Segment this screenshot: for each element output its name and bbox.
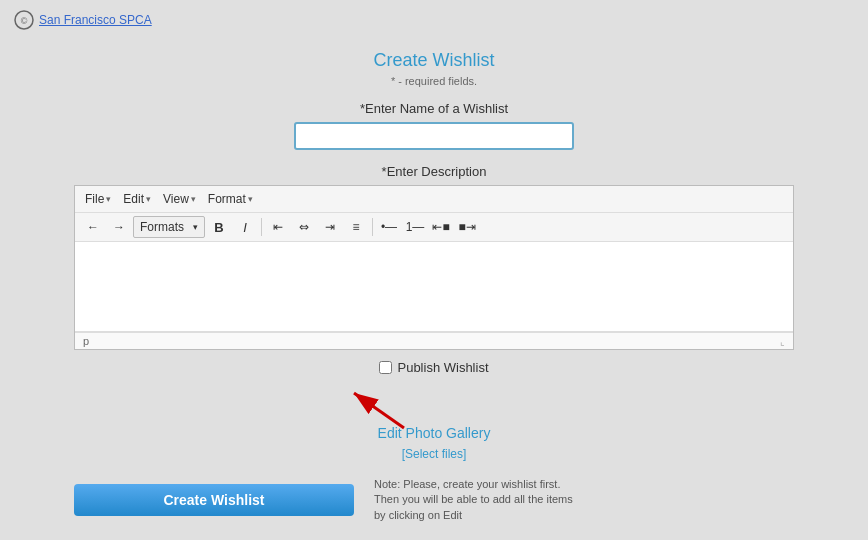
bottom-row: Create Wishlist Note: Please, create you…: [74, 477, 794, 523]
redo-button[interactable]: →: [107, 216, 131, 238]
svg-line-3: [354, 393, 404, 428]
ordered-list-button[interactable]: 1—: [403, 216, 427, 238]
align-right-button[interactable]: ⇥: [318, 216, 342, 238]
note-text: Note: Please, create your wishlist first…: [374, 477, 574, 523]
align-left-button[interactable]: ⇤: [266, 216, 290, 238]
editor-statusbar: p ⌞: [75, 332, 793, 349]
rich-text-editor: File ▾ Edit ▾ View ▾ Format ▾ ← → For: [74, 185, 794, 350]
desc-label: *Enter Description: [382, 164, 487, 179]
toolbar-separator-1: [261, 218, 262, 236]
menu-file-arrow: ▾: [106, 194, 111, 204]
undo-button[interactable]: ←: [81, 216, 105, 238]
menu-view[interactable]: View ▾: [159, 190, 200, 208]
create-wishlist-button[interactable]: Create Wishlist: [74, 484, 354, 516]
logo-area: © San Francisco SPCA: [14, 10, 152, 30]
outdent-button[interactable]: ⇤■: [429, 216, 453, 238]
name-field-label: *Enter Name of a Wishlist: [360, 101, 508, 116]
select-files-link[interactable]: [Select files]: [402, 447, 467, 461]
page-title: Create Wishlist: [373, 50, 494, 71]
svg-text:©: ©: [21, 16, 28, 26]
italic-button[interactable]: I: [233, 216, 257, 238]
logo-icon: ©: [14, 10, 34, 30]
menu-edit[interactable]: Edit ▾: [119, 190, 155, 208]
main-content: Create Wishlist * - required fields. *En…: [0, 40, 868, 523]
red-arrow-icon: [344, 383, 424, 433]
editor-body[interactable]: [75, 242, 793, 332]
org-name-link[interactable]: San Francisco SPCA: [39, 13, 152, 27]
editor-menubar: File ▾ Edit ▾ View ▾ Format ▾: [75, 186, 793, 213]
menu-format-arrow: ▾: [248, 194, 253, 204]
arrow-annotation-area: [74, 383, 794, 423]
menu-edit-arrow: ▾: [146, 194, 151, 204]
publish-label: Publish Wishlist: [397, 360, 488, 375]
formats-dropdown[interactable]: Formats ▾: [133, 216, 205, 238]
wishlist-name-input[interactable]: [294, 122, 574, 150]
editor-tag-indicator: p: [83, 335, 89, 347]
required-note: * - required fields.: [391, 75, 477, 87]
publish-row: Publish Wishlist: [379, 360, 488, 375]
publish-checkbox[interactable]: [379, 361, 392, 374]
toolbar-separator-2: [372, 218, 373, 236]
menu-file[interactable]: File ▾: [81, 190, 115, 208]
menu-format[interactable]: Format ▾: [204, 190, 257, 208]
align-center-button[interactable]: ⇔: [292, 216, 316, 238]
menu-view-arrow: ▾: [191, 194, 196, 204]
editor-toolbar: ← → Formats ▾ B I ⇤ ⇔ ⇥ ≡ •— 1— ⇤■ ■⇥: [75, 213, 793, 242]
unordered-list-button[interactable]: •—: [377, 216, 401, 238]
bold-button[interactable]: B: [207, 216, 231, 238]
align-justify-button[interactable]: ≡: [344, 216, 368, 238]
resize-handle: ⌞: [780, 336, 785, 347]
formats-dropdown-arrow: ▾: [193, 222, 198, 232]
indent-button[interactable]: ■⇥: [455, 216, 479, 238]
